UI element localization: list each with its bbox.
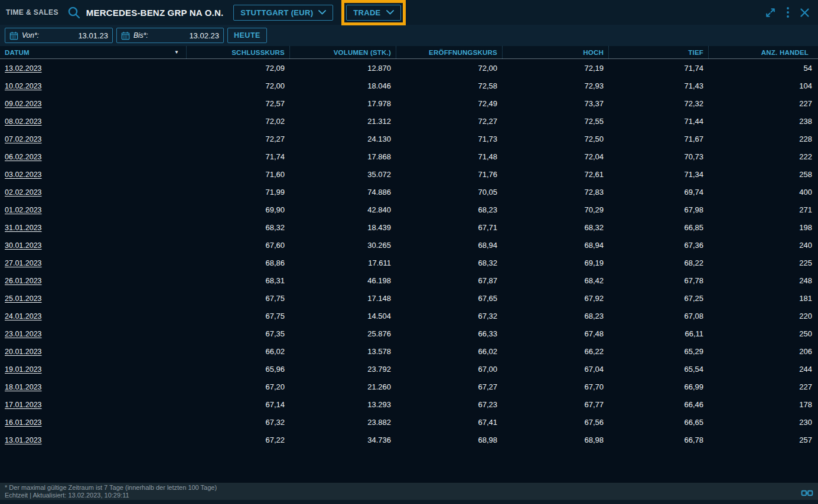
value-cell: 71,44 xyxy=(608,117,708,126)
date-link[interactable]: 01.02.2023 xyxy=(5,206,42,214)
date-link[interactable]: 30.01.2023 xyxy=(5,241,42,250)
date-link[interactable]: 08.02.2023 xyxy=(5,117,42,126)
date-link[interactable]: 31.01.2023 xyxy=(5,224,42,232)
date-link[interactable]: 20.01.2023 xyxy=(5,348,42,356)
date-link[interactable]: 16.01.2023 xyxy=(5,418,42,427)
column-header-tief[interactable]: TIEF xyxy=(608,46,708,58)
value-cell: 67,75 xyxy=(186,312,289,320)
date-cell: 31.01.2023 xyxy=(0,223,186,232)
table-row: 10.02.202372,0018.04672,5872,9371,43104 xyxy=(0,77,818,94)
date-link[interactable]: 26.01.2023 xyxy=(5,277,42,285)
value-cell: 71,67 xyxy=(608,135,708,143)
value-cell: 67,77 xyxy=(502,400,608,409)
date-link[interactable]: 18.01.2023 xyxy=(5,383,42,391)
date-to-value: 13.02.23 xyxy=(152,31,219,40)
date-link[interactable]: 07.02.2023 xyxy=(5,135,42,143)
table-row: 23.01.202367,3525.87666,3367,4866,11250 xyxy=(0,325,818,342)
date-cell: 13.01.2023 xyxy=(0,436,186,444)
date-link[interactable]: 27.01.2023 xyxy=(5,259,42,267)
date-link[interactable]: 02.02.2023 xyxy=(5,188,42,197)
date-link[interactable]: 25.01.2023 xyxy=(5,294,42,303)
trade-highlight-annotation: TRADE xyxy=(341,0,405,25)
value-cell: 238 xyxy=(708,117,818,126)
expand-icon[interactable] xyxy=(765,7,776,18)
heute-button[interactable]: HEUTE xyxy=(227,28,267,43)
value-cell: 17.978 xyxy=(289,99,396,108)
value-cell: 71,74 xyxy=(186,152,289,161)
value-cell: 67,08 xyxy=(608,312,708,320)
close-icon[interactable] xyxy=(800,8,810,18)
value-cell: 72,55 xyxy=(502,117,608,126)
column-header-anz-handel[interactable]: ANZ. HANDEL xyxy=(708,46,818,58)
value-cell: 54 xyxy=(708,64,818,73)
value-cell: 71,74 xyxy=(608,64,708,73)
table-row: 07.02.202372,2724.13071,7372,5071,67228 xyxy=(0,130,818,148)
date-link[interactable]: 03.02.2023 xyxy=(5,171,42,179)
value-cell: 225 xyxy=(708,258,818,267)
value-cell: 18.046 xyxy=(289,81,396,90)
footer: * Der maximal gültige Zeitraum ist 7 Tag… xyxy=(0,483,818,504)
date-cell: 03.02.2023 xyxy=(0,170,186,179)
value-cell: 70,29 xyxy=(502,205,608,214)
value-cell: 68,98 xyxy=(502,436,608,444)
value-cell: 67,87 xyxy=(396,276,502,285)
column-header-volumen[interactable]: VOLUMEN (STK.) xyxy=(289,46,396,58)
date-link[interactable]: 06.02.2023 xyxy=(5,153,42,161)
trade-dropdown[interactable]: TRADE xyxy=(346,5,400,21)
footer-bottom-strip xyxy=(0,500,818,504)
value-cell: 67,36 xyxy=(608,241,708,250)
date-link[interactable]: 13.01.2023 xyxy=(5,436,42,444)
table-row: 08.02.202372,0221.31272,2772,5571,44238 xyxy=(0,112,818,130)
value-cell: 72,61 xyxy=(502,170,608,179)
value-cell: 72,04 xyxy=(502,152,608,161)
calendar-icon xyxy=(121,31,130,40)
value-cell: 72,93 xyxy=(502,81,608,90)
value-cell: 66,85 xyxy=(608,223,708,232)
table-header: DATUM ▼ SCHLUSSKURS VOLUMEN (STK.) ERÖFF… xyxy=(0,46,818,59)
table-row: 13.01.202367,2234.73668,9868,9866,78257 xyxy=(0,431,818,449)
value-cell: 72,32 xyxy=(608,99,708,108)
value-cell: 67,04 xyxy=(502,365,608,374)
date-from-field[interactable]: Von*: 13.01.23 xyxy=(5,28,113,43)
value-cell: 13.578 xyxy=(289,347,396,356)
value-cell: 72,19 xyxy=(502,64,608,73)
value-cell: 66,33 xyxy=(396,329,502,338)
column-header-hoch[interactable]: HOCH xyxy=(502,46,608,58)
exchange-dropdown[interactable]: STUTTGART (EUR) xyxy=(233,5,333,21)
value-cell: 222 xyxy=(708,152,818,161)
value-cell: 67,25 xyxy=(608,294,708,303)
column-header-eroeffnungskurs[interactable]: ERÖFFNUNGSKURS xyxy=(396,46,502,58)
column-header-datum[interactable]: DATUM ▼ xyxy=(0,46,186,58)
value-cell: 227 xyxy=(708,382,818,391)
value-cell: 271 xyxy=(708,205,818,214)
value-cell: 72,50 xyxy=(502,135,608,143)
value-cell: 68,23 xyxy=(396,205,502,214)
value-cell: 18.439 xyxy=(289,223,396,232)
date-link[interactable]: 13.02.2023 xyxy=(5,64,42,73)
date-cell: 06.02.2023 xyxy=(0,152,186,161)
trade-dropdown-label: TRADE xyxy=(353,8,380,17)
value-cell: 70,05 xyxy=(396,188,502,197)
date-link[interactable]: 17.01.2023 xyxy=(5,401,42,409)
table-row: 18.01.202367,2021.26067,2767,7066,99227 xyxy=(0,378,818,395)
date-link[interactable]: 23.01.2023 xyxy=(5,330,42,338)
value-cell: 68,32 xyxy=(502,223,608,232)
value-cell: 71,76 xyxy=(396,170,502,179)
date-link[interactable]: 19.01.2023 xyxy=(5,365,42,374)
date-to-field[interactable]: Bis*: 13.02.23 xyxy=(116,28,224,43)
column-header-schlusskurs[interactable]: SCHLUSSKURS xyxy=(186,46,289,58)
date-cell: 18.01.2023 xyxy=(0,382,186,391)
value-cell: 67,14 xyxy=(186,400,289,409)
table-row: 20.01.202366,0213.57866,0266,2265,29206 xyxy=(0,342,818,360)
link-icon[interactable] xyxy=(801,489,813,498)
instrument-search[interactable]: MERCEDES-BENZ GRP NA O.N. xyxy=(67,5,224,20)
date-link[interactable]: 09.02.2023 xyxy=(5,100,42,108)
value-cell: 72,00 xyxy=(186,81,289,90)
table-row: 03.02.202371,6035.07271,7672,6171,34258 xyxy=(0,165,818,183)
value-cell: 104 xyxy=(708,81,818,90)
date-link[interactable]: 24.01.2023 xyxy=(5,312,42,320)
date-link[interactable]: 10.02.2023 xyxy=(5,82,42,90)
value-cell: 68,31 xyxy=(186,276,289,285)
kebab-menu-icon[interactable] xyxy=(786,6,790,18)
value-cell: 65,29 xyxy=(608,347,708,356)
